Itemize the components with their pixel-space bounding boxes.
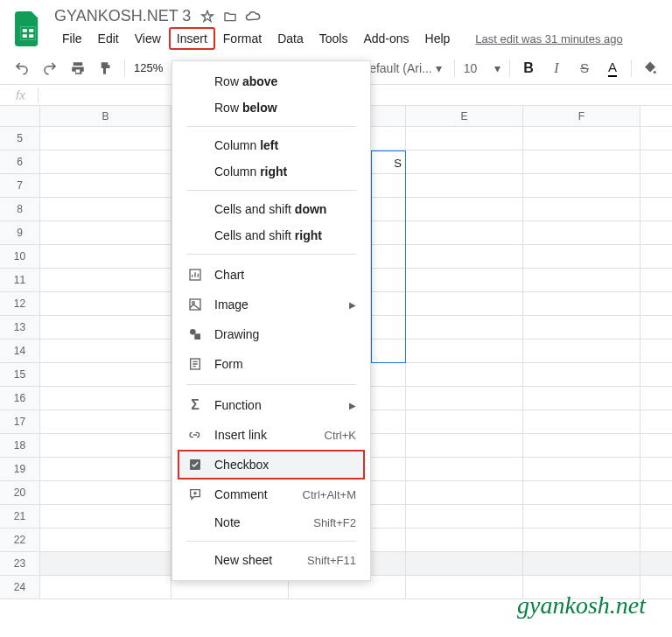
cell[interactable] [523, 245, 640, 268]
cell[interactable] [40, 127, 172, 150]
insert-row-above[interactable]: Row above [172, 68, 370, 94]
cell[interactable] [523, 363, 640, 386]
menu-data[interactable]: Data [270, 27, 312, 50]
row-header[interactable]: 8 [0, 198, 40, 220]
row-header[interactable]: 16 [0, 387, 40, 410]
cell[interactable] [406, 245, 523, 268]
cell[interactable] [406, 481, 523, 504]
cell[interactable] [40, 481, 172, 504]
cell[interactable] [523, 340, 640, 362]
menu-file[interactable]: File [54, 27, 90, 50]
cell[interactable] [40, 292, 172, 315]
insert-cells-down[interactable]: Cells and shift down [172, 196, 370, 222]
cell[interactable] [40, 245, 172, 268]
document-title[interactable]: GYANKOSH.NET 3 [54, 7, 191, 25]
row-header[interactable]: 14 [0, 340, 40, 362]
cell[interactable] [40, 340, 172, 362]
cell[interactable] [523, 221, 640, 244]
menu-format[interactable]: Format [215, 27, 270, 50]
insert-comment[interactable]: CommentCtrl+Alt+M [172, 480, 370, 509]
last-edit-link[interactable]: Last edit was 31 minutes ago [475, 32, 622, 46]
column-header[interactable]: F [523, 106, 640, 126]
insert-image[interactable]: Image▶ [172, 290, 370, 319]
fill-color-icon[interactable] [640, 59, 660, 78]
text-color-icon[interactable]: A [603, 59, 622, 78]
cell[interactable] [406, 221, 523, 244]
sheets-logo[interactable] [12, 11, 44, 46]
cell[interactable] [523, 198, 640, 220]
insert-new-sheet[interactable]: New sheetShift+F11 [172, 547, 370, 573]
cell[interactable] [406, 127, 523, 150]
row-header[interactable]: 24 [0, 576, 40, 598]
cell[interactable] [40, 458, 172, 480]
cell[interactable] [40, 150, 172, 173]
bold-icon[interactable]: B [519, 59, 538, 78]
zoom-value[interactable]: 125% [134, 61, 163, 74]
menu-help[interactable]: Help [417, 27, 458, 50]
row-header[interactable]: 13 [0, 316, 40, 339]
menu-addons[interactable]: Add-ons [355, 27, 416, 50]
cell[interactable] [40, 363, 172, 386]
redo-icon[interactable] [40, 59, 60, 78]
menu-view[interactable]: View [127, 27, 169, 50]
row-header[interactable]: 7 [0, 174, 40, 197]
insert-column-left[interactable]: Column left [172, 132, 370, 158]
cell[interactable] [40, 174, 172, 197]
cell[interactable] [40, 528, 172, 551]
menu-tools[interactable]: Tools [312, 27, 356, 50]
italic-icon[interactable]: I [547, 59, 566, 78]
insert-link[interactable]: Insert linkCtrl+K [172, 420, 370, 450]
insert-row-below[interactable]: Row below [172, 94, 370, 121]
font-size-select[interactable]: 10 ▾ [464, 61, 500, 75]
row-header[interactable]: 9 [0, 221, 40, 244]
menu-edit[interactable]: Edit [90, 27, 127, 50]
row-header[interactable]: 6 [0, 150, 40, 173]
row-header[interactable]: 12 [0, 292, 40, 315]
insert-note[interactable]: NoteShift+F2 [172, 509, 370, 536]
insert-cells-right[interactable]: Cells and shift right [172, 222, 370, 248]
cell[interactable] [406, 387, 523, 410]
cell[interactable] [406, 528, 523, 551]
cell[interactable] [406, 458, 523, 480]
cell[interactable] [406, 150, 523, 173]
menu-insert[interactable]: Insert [169, 27, 215, 50]
cell[interactable] [406, 434, 523, 457]
cell[interactable] [40, 576, 172, 598]
row-header[interactable]: 17 [0, 410, 40, 433]
star-icon[interactable] [200, 9, 215, 24]
row-header[interactable]: 20 [0, 481, 40, 504]
cell[interactable] [406, 410, 523, 433]
column-header[interactable]: E [406, 106, 523, 126]
row-header[interactable]: 23 [0, 552, 40, 575]
cell[interactable] [40, 434, 172, 457]
cell[interactable] [523, 552, 640, 575]
cell[interactable] [523, 316, 640, 339]
cell[interactable] [523, 292, 640, 315]
cell[interactable] [406, 552, 523, 575]
cell[interactable] [406, 198, 523, 220]
cell[interactable] [406, 363, 523, 386]
insert-function[interactable]: ΣFunction▶ [172, 390, 370, 420]
strikethrough-icon[interactable]: S [575, 59, 594, 78]
insert-column-right[interactable]: Column right [172, 158, 370, 185]
cell[interactable] [40, 410, 172, 433]
row-header[interactable]: 11 [0, 269, 40, 291]
insert-drawing[interactable]: Drawing [172, 319, 370, 349]
insert-chart[interactable]: Chart [172, 260, 370, 290]
cell[interactable] [523, 174, 640, 197]
cell[interactable] [40, 552, 172, 575]
cell[interactable] [406, 576, 523, 598]
undo-icon[interactable] [12, 59, 32, 78]
select-all-corner[interactable] [0, 106, 40, 126]
cloud-status-icon[interactable] [245, 9, 261, 24]
cell[interactable] [406, 340, 523, 362]
cell[interactable] [406, 505, 523, 528]
row-header[interactable]: 18 [0, 434, 40, 457]
row-header[interactable]: 5 [0, 127, 40, 150]
row-header[interactable]: 22 [0, 528, 40, 551]
cell[interactable] [523, 150, 640, 173]
cell[interactable] [406, 292, 523, 315]
cell[interactable] [406, 174, 523, 197]
cell[interactable] [40, 505, 172, 528]
cell[interactable] [523, 434, 640, 457]
